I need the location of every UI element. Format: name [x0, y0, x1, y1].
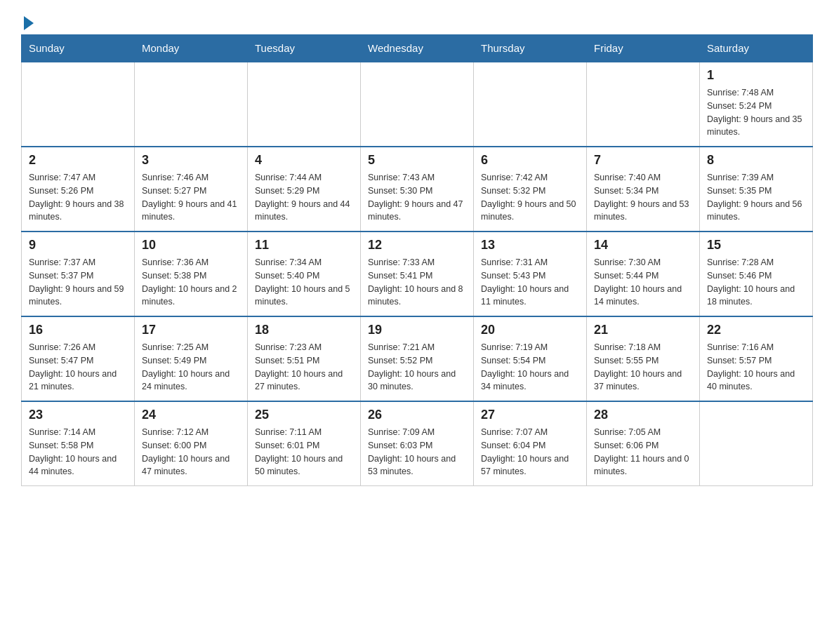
day-info: Sunrise: 7:48 AM Sunset: 5:24 PM Dayligh… — [707, 86, 805, 139]
day-info: Sunrise: 7:46 AM Sunset: 5:27 PM Dayligh… — [142, 171, 240, 224]
calendar-week-row: 1Sunrise: 7:48 AM Sunset: 5:24 PM Daylig… — [22, 62, 813, 147]
calendar-week-row: 9Sunrise: 7:37 AM Sunset: 5:37 PM Daylig… — [22, 232, 813, 316]
col-header-monday: Monday — [135, 35, 248, 62]
day-number: 23 — [29, 408, 127, 422]
logo-arrow-icon — [24, 16, 34, 30]
day-number: 13 — [481, 238, 579, 253]
calendar-cell: 28Sunrise: 7:05 AM Sunset: 6:06 PM Dayli… — [587, 401, 700, 486]
day-number: 14 — [594, 238, 692, 253]
calendar-cell — [135, 62, 248, 147]
day-info: Sunrise: 7:39 AM Sunset: 5:35 PM Dayligh… — [707, 171, 805, 224]
calendar-cell — [587, 62, 700, 147]
calendar-cell: 15Sunrise: 7:28 AM Sunset: 5:46 PM Dayli… — [700, 232, 813, 316]
calendar-cell: 3Sunrise: 7:46 AM Sunset: 5:27 PM Daylig… — [135, 147, 248, 232]
day-number: 20 — [481, 323, 579, 337]
calendar-cell: 20Sunrise: 7:19 AM Sunset: 5:54 PM Dayli… — [474, 316, 587, 401]
calendar-cell: 11Sunrise: 7:34 AM Sunset: 5:40 PM Dayli… — [248, 232, 361, 316]
col-header-wednesday: Wednesday — [361, 35, 474, 62]
col-header-thursday: Thursday — [474, 35, 587, 62]
day-info: Sunrise: 7:14 AM Sunset: 5:58 PM Dayligh… — [29, 426, 127, 478]
day-number: 11 — [255, 238, 353, 253]
day-number: 28 — [594, 408, 692, 422]
col-header-friday: Friday — [587, 35, 700, 62]
day-number: 12 — [368, 238, 466, 253]
day-info: Sunrise: 7:30 AM Sunset: 5:44 PM Dayligh… — [594, 256, 692, 309]
day-number: 4 — [255, 153, 353, 168]
day-number: 8 — [707, 153, 805, 168]
calendar-cell: 21Sunrise: 7:18 AM Sunset: 5:55 PM Dayli… — [587, 316, 700, 401]
calendar-cell — [474, 62, 587, 147]
day-number: 2 — [29, 153, 127, 168]
day-number: 5 — [368, 153, 466, 168]
calendar-cell: 27Sunrise: 7:07 AM Sunset: 6:04 PM Dayli… — [474, 401, 587, 486]
calendar-cell: 17Sunrise: 7:25 AM Sunset: 5:49 PM Dayli… — [135, 316, 248, 401]
calendar-table: SundayMondayTuesdayWednesdayThursdayFrid… — [21, 34, 813, 486]
day-info: Sunrise: 7:34 AM Sunset: 5:40 PM Dayligh… — [255, 256, 353, 309]
day-info: Sunrise: 7:42 AM Sunset: 5:32 PM Dayligh… — [481, 171, 579, 224]
calendar-cell: 5Sunrise: 7:43 AM Sunset: 5:30 PM Daylig… — [361, 147, 474, 232]
day-number: 19 — [368, 323, 466, 337]
day-info: Sunrise: 7:44 AM Sunset: 5:29 PM Dayligh… — [255, 171, 353, 224]
day-info: Sunrise: 7:36 AM Sunset: 5:38 PM Dayligh… — [142, 256, 240, 309]
day-info: Sunrise: 7:16 AM Sunset: 5:57 PM Dayligh… — [707, 341, 805, 394]
day-info: Sunrise: 7:11 AM Sunset: 6:01 PM Dayligh… — [255, 426, 353, 478]
calendar-cell: 23Sunrise: 7:14 AM Sunset: 5:58 PM Dayli… — [22, 401, 135, 486]
calendar-cell: 19Sunrise: 7:21 AM Sunset: 5:52 PM Dayli… — [361, 316, 474, 401]
col-header-sunday: Sunday — [22, 35, 135, 62]
day-info: Sunrise: 7:33 AM Sunset: 5:41 PM Dayligh… — [368, 256, 466, 309]
day-info: Sunrise: 7:23 AM Sunset: 5:51 PM Dayligh… — [255, 341, 353, 394]
calendar-cell: 1Sunrise: 7:48 AM Sunset: 5:24 PM Daylig… — [700, 62, 813, 147]
day-number: 15 — [707, 238, 805, 253]
day-number: 21 — [594, 323, 692, 337]
day-info: Sunrise: 7:19 AM Sunset: 5:54 PM Dayligh… — [481, 341, 579, 394]
day-info: Sunrise: 7:31 AM Sunset: 5:43 PM Dayligh… — [481, 256, 579, 309]
page-header — [21, 14, 813, 27]
day-number: 1 — [707, 68, 805, 83]
day-info: Sunrise: 7:18 AM Sunset: 5:55 PM Dayligh… — [594, 341, 692, 394]
day-number: 16 — [29, 323, 127, 337]
day-number: 24 — [142, 408, 240, 422]
day-number: 3 — [142, 153, 240, 168]
day-number: 27 — [481, 408, 579, 422]
calendar-cell: 24Sunrise: 7:12 AM Sunset: 6:00 PM Dayli… — [135, 401, 248, 486]
calendar-week-row: 2Sunrise: 7:47 AM Sunset: 5:26 PM Daylig… — [22, 147, 813, 232]
calendar-cell: 10Sunrise: 7:36 AM Sunset: 5:38 PM Dayli… — [135, 232, 248, 316]
calendar-cell: 16Sunrise: 7:26 AM Sunset: 5:47 PM Dayli… — [22, 316, 135, 401]
calendar-cell — [22, 62, 135, 147]
calendar-week-row: 23Sunrise: 7:14 AM Sunset: 5:58 PM Dayli… — [22, 401, 813, 486]
day-info: Sunrise: 7:28 AM Sunset: 5:46 PM Dayligh… — [707, 256, 805, 309]
calendar-cell: 13Sunrise: 7:31 AM Sunset: 5:43 PM Dayli… — [474, 232, 587, 316]
day-number: 25 — [255, 408, 353, 422]
day-info: Sunrise: 7:09 AM Sunset: 6:03 PM Dayligh… — [368, 426, 466, 478]
calendar-cell: 7Sunrise: 7:40 AM Sunset: 5:34 PM Daylig… — [587, 147, 700, 232]
calendar-cell: 18Sunrise: 7:23 AM Sunset: 5:51 PM Dayli… — [248, 316, 361, 401]
calendar-cell: 22Sunrise: 7:16 AM Sunset: 5:57 PM Dayli… — [700, 316, 813, 401]
day-number: 9 — [29, 238, 127, 253]
logo-general-text — [21, 18, 34, 30]
day-info: Sunrise: 7:05 AM Sunset: 6:06 PM Dayligh… — [594, 426, 692, 478]
logo — [21, 14, 34, 27]
calendar-cell: 25Sunrise: 7:11 AM Sunset: 6:01 PM Dayli… — [248, 401, 361, 486]
calendar-cell: 8Sunrise: 7:39 AM Sunset: 5:35 PM Daylig… — [700, 147, 813, 232]
day-info: Sunrise: 7:26 AM Sunset: 5:47 PM Dayligh… — [29, 341, 127, 394]
calendar-week-row: 16Sunrise: 7:26 AM Sunset: 5:47 PM Dayli… — [22, 316, 813, 401]
calendar-cell: 4Sunrise: 7:44 AM Sunset: 5:29 PM Daylig… — [248, 147, 361, 232]
day-info: Sunrise: 7:12 AM Sunset: 6:00 PM Dayligh… — [142, 426, 240, 478]
col-header-tuesday: Tuesday — [248, 35, 361, 62]
calendar-cell: 26Sunrise: 7:09 AM Sunset: 6:03 PM Dayli… — [361, 401, 474, 486]
calendar-cell — [361, 62, 474, 147]
day-number: 17 — [142, 323, 240, 337]
day-info: Sunrise: 7:40 AM Sunset: 5:34 PM Dayligh… — [594, 171, 692, 224]
day-info: Sunrise: 7:43 AM Sunset: 5:30 PM Dayligh… — [368, 171, 466, 224]
calendar-cell: 14Sunrise: 7:30 AM Sunset: 5:44 PM Dayli… — [587, 232, 700, 316]
day-info: Sunrise: 7:07 AM Sunset: 6:04 PM Dayligh… — [481, 426, 579, 478]
day-number: 18 — [255, 323, 353, 337]
day-info: Sunrise: 7:37 AM Sunset: 5:37 PM Dayligh… — [29, 256, 127, 309]
day-number: 6 — [481, 153, 579, 168]
calendar-cell: 9Sunrise: 7:37 AM Sunset: 5:37 PM Daylig… — [22, 232, 135, 316]
col-header-saturday: Saturday — [700, 35, 813, 62]
day-number: 7 — [594, 153, 692, 168]
day-number: 22 — [707, 323, 805, 337]
calendar-header-row: SundayMondayTuesdayWednesdayThursdayFrid… — [22, 35, 813, 62]
calendar-cell — [700, 401, 813, 486]
